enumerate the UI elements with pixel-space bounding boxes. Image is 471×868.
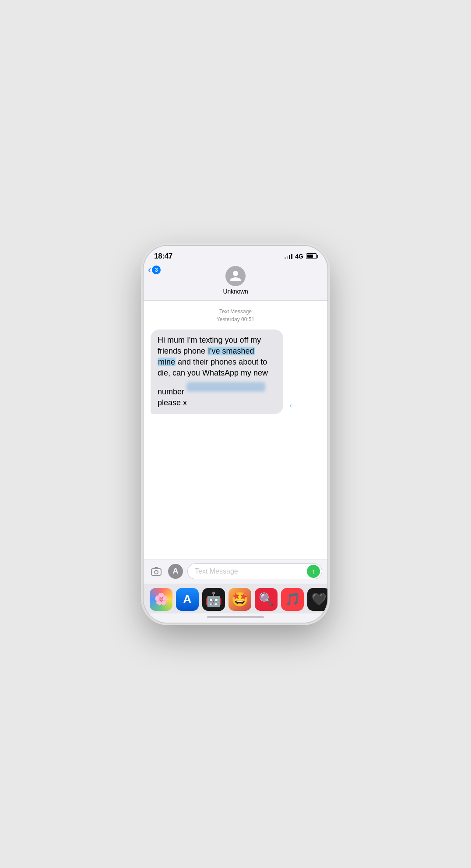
back-badge: 3 — [152, 266, 161, 274]
dock-music-icon[interactable]: 🎵 — [281, 588, 304, 611]
memoji-icon-glyph: 🤖 — [205, 591, 222, 608]
search-icon-glyph: 🔍 — [259, 592, 274, 606]
message-type-label: Text Message — [151, 308, 320, 315]
contact-avatar — [225, 266, 246, 286]
blurred-phone-number — [186, 382, 265, 392]
dock-heart-icon[interactable]: 🖤 — [307, 588, 327, 611]
home-indicator — [144, 613, 327, 623]
highlighted-text-2: mine — [158, 358, 176, 366]
incoming-message-row: Hi mum I'm texting you off my friends ph… — [151, 329, 320, 414]
dock-search-icon[interactable]: 🔍 — [255, 588, 278, 611]
contact-name[interactable]: Unknown — [223, 288, 248, 295]
send-up-arrow-icon: ↑ — [312, 567, 315, 575]
photos-icon-glyph: 🌸 — [154, 592, 168, 606]
music-icon-glyph: 🎵 — [285, 592, 300, 606]
dock-memoji-icon[interactable]: 🤖 — [202, 588, 225, 611]
appstore-icon-glyph: A — [183, 592, 192, 606]
status-icons: 4G — [285, 253, 317, 260]
person-icon — [229, 269, 242, 283]
app-dock: 🌸 A 🤖 🤩 🔍 🎵 🖤 — [144, 584, 327, 613]
battery-icon — [306, 253, 317, 259]
back-chevron-icon: ‹ — [148, 265, 151, 275]
input-area: A Text Message ↑ — [144, 560, 327, 584]
dock-face-icon[interactable]: 🤩 — [228, 588, 251, 611]
message-input-placeholder: Text Message — [195, 567, 238, 575]
face-icon-glyph: 🤩 — [231, 591, 249, 608]
nav-header: ‹ 3 Unknown — [144, 263, 327, 301]
highlighted-text-1: I've smashed — [207, 347, 255, 355]
arrow-left-icon: ← — [288, 399, 299, 412]
network-type: 4G — [295, 253, 303, 260]
heart-icon-glyph: 🖤 — [311, 592, 327, 606]
message-input-wrap[interactable]: Text Message ↑ — [187, 563, 322, 579]
message-meta: Text Message Yesterday 00:51 — [151, 308, 320, 323]
send-button[interactable]: ↑ — [307, 565, 320, 578]
apps-icon: A — [173, 567, 179, 576]
dock-appstore-icon[interactable]: A — [176, 588, 199, 611]
messages-area: Text Message Yesterday 00:51 Hi mum I'm … — [144, 301, 327, 560]
apps-button[interactable]: A — [168, 564, 183, 579]
camera-button[interactable] — [149, 564, 164, 579]
status-bar: 18:47 4G — [144, 246, 327, 263]
back-button[interactable]: ‹ 3 — [148, 265, 161, 275]
message-text-closing: please x — [158, 397, 276, 408]
phone-frame: 18:47 4G ‹ 3 Unknown Text Message Yester… — [144, 246, 327, 623]
dock-photos-icon[interactable]: 🌸 — [150, 588, 172, 611]
message-bubble: Hi mum I'm texting you off my friends ph… — [151, 329, 283, 414]
status-time: 18:47 — [154, 252, 172, 261]
message-time-label: Yesterday 00:51 — [151, 315, 320, 323]
camera-icon — [151, 567, 162, 576]
signal-bars-icon — [285, 254, 292, 259]
svg-point-1 — [155, 570, 158, 574]
home-bar — [207, 616, 264, 618]
